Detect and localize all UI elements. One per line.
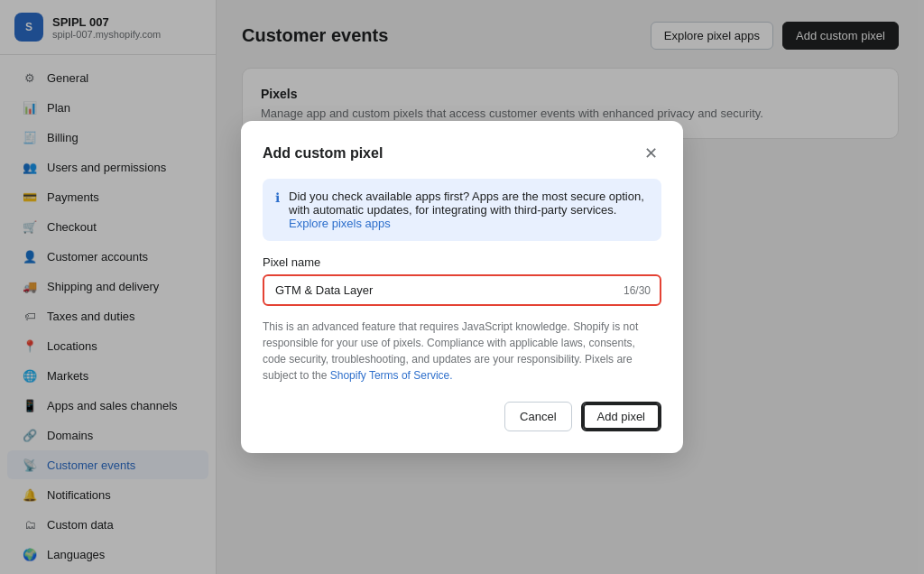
modal-header: Add custom pixel ✕ [263, 143, 661, 164]
cancel-button[interactable]: Cancel [504, 402, 571, 431]
main-content: Customer events Explore pixel apps Add c… [217, 0, 924, 574]
pixel-name-label: Pixel name [263, 255, 661, 269]
add-custom-pixel-modal: Add custom pixel ✕ ℹ Did you check avail… [241, 121, 683, 453]
modal-overlay: Add custom pixel ✕ ℹ Did you check avail… [217, 0, 924, 574]
info-banner: ℹ Did you check available apps first? Ap… [263, 179, 661, 241]
modal-close-button[interactable]: ✕ [640, 143, 661, 164]
pixel-name-input[interactable] [263, 274, 661, 306]
info-icon: ℹ [275, 190, 280, 205]
shopify-tos-link[interactable]: Shopify Terms of Service. [330, 369, 453, 382]
modal-title: Add custom pixel [263, 145, 383, 162]
modal-footer: Cancel Add pixel [263, 402, 661, 431]
add-pixel-button[interactable]: Add pixel [581, 402, 661, 431]
pixel-name-counter: 16/30 [624, 284, 651, 297]
disclaimer-text: This is an advanced feature that require… [263, 319, 661, 384]
explore-pixels-apps-link[interactable]: Explore pixels apps [289, 217, 391, 230]
pixel-name-input-wrapper: 16/30 [263, 274, 661, 306]
info-banner-text: Did you check available apps first? Apps… [289, 190, 649, 230]
